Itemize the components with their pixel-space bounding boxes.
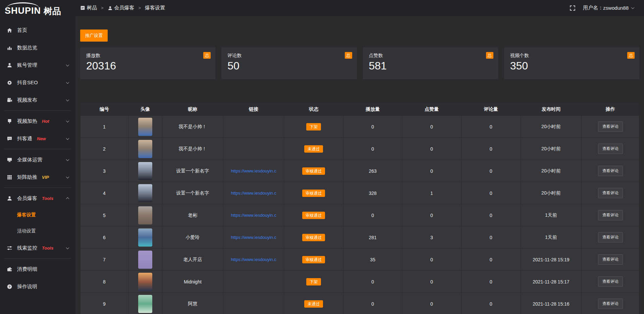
cell-link: https://www.iesdouyin.c bbox=[223, 182, 284, 204]
cell-likes: 1 bbox=[402, 182, 462, 204]
cell-likes: 0 bbox=[402, 271, 462, 293]
sidebar-item-data-overview[interactable]: 数据总览 bbox=[0, 39, 75, 56]
breadcrumb-item[interactable]: 爆客设置 bbox=[145, 5, 165, 11]
cell-id: 6 bbox=[80, 226, 128, 249]
column-header: 昵称 bbox=[162, 103, 223, 116]
table-row: 5 老彬 https://www.iesdouyin.c 审核通过 0 0 0 … bbox=[80, 204, 639, 226]
cell-action: 查看评论 bbox=[582, 293, 639, 314]
view-comments-button[interactable]: 查看评论 bbox=[598, 166, 623, 176]
cell-avatar bbox=[128, 271, 162, 293]
table-header-row: 编号头像昵称链接状态播放量点赞量评论量发布时间操作 bbox=[80, 103, 639, 116]
app: { "brand": {"name_en": "SHUPIN", "name_c… bbox=[0, 0, 644, 314]
sidebar-item-video-heat[interactable]: 视频加热Hot bbox=[0, 112, 75, 130]
breadcrumb-item[interactable]: 树品 bbox=[80, 5, 97, 11]
view-comments-button[interactable]: 查看评论 bbox=[598, 121, 623, 132]
breadcrumb-label: 树品 bbox=[87, 5, 97, 11]
view-comments-button[interactable]: 查看评论 bbox=[598, 232, 623, 243]
view-comments-button[interactable]: 查看评论 bbox=[598, 144, 623, 154]
sidebar-item-label: 消费明细 bbox=[17, 266, 37, 272]
cell-comments: 0 bbox=[461, 138, 521, 160]
cell-comments: 0 bbox=[461, 226, 521, 249]
avatar bbox=[138, 184, 152, 202]
avatar bbox=[138, 162, 152, 180]
stat-card: 播放数 20316 总 bbox=[80, 47, 215, 79]
sidebar-item-account-management[interactable]: 账号管理 bbox=[0, 56, 75, 74]
cell-comments: 0 bbox=[461, 249, 521, 271]
stat-value: 581 bbox=[369, 60, 492, 72]
column-header: 点赞量 bbox=[402, 103, 462, 116]
sidebar-item-member-baoke[interactable]: 会员爆客Tools bbox=[0, 190, 75, 207]
user-icon bbox=[7, 196, 12, 201]
sidebar-item-clue-monitor[interactable]: 线索监控Tools bbox=[0, 239, 75, 257]
view-comments-button[interactable]: 查看评论 bbox=[598, 299, 623, 309]
cell-status: 审核通过 bbox=[284, 226, 343, 249]
cell-action: 查看评论 bbox=[582, 271, 639, 293]
sidebar-subitem-activity-settings[interactable]: 活动设置 bbox=[0, 223, 75, 239]
cell-plays: 35 bbox=[343, 249, 402, 271]
heat-icon bbox=[7, 118, 12, 124]
sidebar-item-consume-detail[interactable]: 消费明细 bbox=[0, 260, 75, 278]
avatar bbox=[138, 206, 152, 224]
breadcrumb-item[interactable]: 会员爆客 bbox=[108, 5, 135, 11]
view-comments-button[interactable]: 查看评论 bbox=[598, 276, 623, 287]
view-comments-button[interactable]: 查看评论 bbox=[598, 188, 623, 198]
gear-icon bbox=[7, 80, 12, 86]
table-row: 7 老人开店 https://www.iesdouyin.c 审核通过 35 0… bbox=[80, 249, 639, 271]
user-icon bbox=[108, 5, 113, 10]
app-icon bbox=[80, 5, 85, 10]
column-header: 状态 bbox=[284, 103, 343, 116]
video-link[interactable]: https://www.iesdouyin.c bbox=[225, 191, 283, 196]
sidebar-item-media-operation[interactable]: 全媒体运营 bbox=[0, 151, 75, 168]
fullscreen-icon[interactable] bbox=[570, 5, 576, 11]
cell-status: 审核通过 bbox=[284, 160, 343, 182]
cell-nickname: 设置一个新名字 bbox=[162, 182, 223, 204]
cell-likes: 0 bbox=[402, 293, 462, 314]
avatar bbox=[138, 118, 152, 136]
cell-likes: 0 bbox=[402, 204, 462, 226]
cell-avatar bbox=[128, 204, 162, 226]
status-badge: 未通过 bbox=[304, 300, 323, 308]
cell-avatar bbox=[128, 182, 162, 204]
cell-avatar bbox=[128, 249, 162, 271]
table-row: 9 阿慧 未通过 0 0 0 2021-11-28 15:16 查看评论 bbox=[80, 293, 639, 314]
column-header: 评论量 bbox=[461, 103, 521, 116]
video-link[interactable]: https://www.iesdouyin.c bbox=[225, 257, 283, 262]
chevron-down-icon bbox=[66, 63, 69, 66]
sidebar-item-home[interactable]: 首页 bbox=[0, 21, 75, 39]
stat-label: 播放数 bbox=[86, 53, 209, 59]
cell-plays: 0 bbox=[343, 116, 402, 138]
user-menu[interactable]: 用户名：zswodun88 bbox=[583, 5, 635, 11]
sidebar-item-operation-guide[interactable]: ?操作说明 bbox=[0, 278, 75, 295]
sidebar-item-video-publish[interactable]: 视频发布 bbox=[0, 91, 75, 109]
cell-time: 20小时前 bbox=[521, 182, 582, 204]
column-header: 播放量 bbox=[343, 103, 402, 116]
cell-avatar bbox=[128, 138, 162, 160]
column-header: 链接 bbox=[223, 103, 284, 116]
cell-nickname: 阿慧 bbox=[162, 293, 223, 314]
chevron-down-icon bbox=[66, 158, 69, 161]
video-link[interactable]: https://www.iesdouyin.c bbox=[225, 235, 283, 240]
cell-plays: 0 bbox=[343, 138, 402, 160]
avatar bbox=[138, 251, 152, 269]
cell-plays: 281 bbox=[343, 226, 402, 249]
view-comments-button[interactable]: 查看评论 bbox=[598, 210, 623, 220]
sidebar-divider bbox=[5, 149, 71, 149]
cell-comments: 0 bbox=[461, 182, 521, 204]
logo: SHUPIN 树品 bbox=[0, 0, 75, 17]
video-link[interactable]: https://www.iesdouyin.c bbox=[225, 168, 283, 173]
cell-nickname: 我不是小帅！ bbox=[162, 116, 223, 138]
sidebar-item-douketong[interactable]: 抖客通New bbox=[0, 130, 75, 147]
avatar bbox=[138, 273, 152, 291]
logo-text-en: SHUPIN bbox=[5, 6, 41, 15]
sidebar-item-matrix-boost[interactable]: 矩阵助推VIP bbox=[0, 168, 75, 186]
cell-plays: 0 bbox=[343, 293, 402, 314]
sidebar-item-tag: VIP bbox=[42, 175, 49, 180]
sidebar-subitem-baoke-settings[interactable]: 爆客设置 bbox=[0, 207, 75, 223]
video-link[interactable]: https://www.iesdouyin.c bbox=[225, 213, 283, 218]
table-row: 4 设置一个新名字 https://www.iesdouyin.c 审核通过 3… bbox=[80, 182, 639, 204]
cell-nickname: 老彬 bbox=[162, 204, 223, 226]
promo-settings-button[interactable]: 推广设置 bbox=[80, 30, 108, 42]
sidebar-divider bbox=[5, 258, 71, 259]
view-comments-button[interactable]: 查看评论 bbox=[598, 254, 623, 265]
sidebar-item-douyin-seo[interactable]: 抖音SEO bbox=[0, 74, 75, 91]
